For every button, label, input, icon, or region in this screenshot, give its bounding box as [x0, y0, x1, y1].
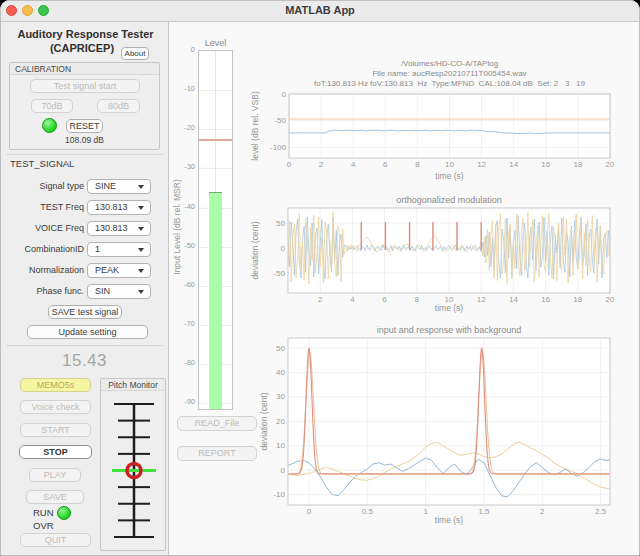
chevron-down-icon — [138, 206, 144, 210]
pitch-monitor-display — [101, 392, 165, 550]
x-tick-label: 4 — [350, 295, 355, 304]
plot-xlabel: time (s) — [435, 303, 464, 313]
x-tick-label: 2.5 — [595, 507, 607, 516]
y-tick-label: -100 — [270, 143, 287, 152]
meter-ylabel: Input Level (dB rel. MSR) — [172, 172, 182, 282]
test-freq-dropdown[interactable]: 130.813 — [87, 200, 151, 215]
x-tick-label: 8 — [415, 295, 420, 304]
plot-orthogonalized-modulation: 2468101214161820500-50orthogonalized mod… — [250, 195, 615, 313]
x-tick-label: 0 — [307, 507, 312, 516]
y-tick-label: -50 — [274, 116, 286, 125]
x-tick-label: 18 — [573, 160, 582, 169]
ovr-label: OVR — [33, 520, 54, 531]
x-tick-label: 2 — [319, 160, 324, 169]
x-tick-label: 4 — [351, 160, 356, 169]
start-button[interactable]: START — [20, 423, 91, 437]
calibration-panel-title: CALIBRATION — [10, 63, 159, 75]
meter-tick-label: -20 — [172, 123, 195, 132]
run-label: RUN — [33, 507, 54, 518]
voice-freq-value: 130.813 — [95, 223, 128, 233]
update-setting-button[interactable]: Update setting — [27, 325, 148, 339]
x-tick-label: 1 — [423, 507, 428, 516]
test-freq-label: TEST Freq — [10, 200, 84, 215]
y-tick-label: 0 — [281, 466, 286, 475]
meter-title: Level — [198, 38, 233, 48]
test-freq-value: 130.813 — [95, 202, 128, 212]
plot-xlabel: time (s) — [435, 515, 464, 525]
response-peaks — [288, 353, 609, 475]
y-tick-label: 20 — [276, 417, 285, 426]
window-title: MATLAB App — [0, 4, 640, 16]
combination-id-value: 1 — [95, 244, 100, 254]
recorded-level-trace — [289, 130, 610, 134]
x-tick-label: 8 — [415, 160, 420, 169]
plot-title: /Volumes/HD-CO-A/TAPlog — [401, 59, 498, 68]
80db-button[interactable]: 80dB — [97, 99, 140, 113]
normalization-dropdown[interactable]: PEAK — [87, 263, 151, 278]
chevron-down-icon — [138, 290, 144, 294]
y-tick-label: 50 — [276, 344, 285, 353]
meter-tick-label: -60 — [172, 280, 195, 289]
y-tick-label: 50 — [276, 219, 285, 228]
meter-tick-label: -90 — [172, 397, 195, 406]
input-peaks — [288, 348, 609, 474]
x-tick-label: 12 — [477, 295, 486, 304]
memo5s-button[interactable]: MEMO5s — [20, 378, 91, 392]
signal-type-dropdown[interactable]: SINE — [87, 179, 151, 194]
run-led — [57, 506, 71, 520]
meter-tick-label: -40 — [172, 202, 195, 211]
x-tick-label: 12 — [477, 160, 486, 169]
x-tick-label: 20 — [606, 160, 615, 169]
x-tick-label: 10 — [445, 160, 454, 169]
save-button[interactable]: SAVE — [26, 490, 84, 504]
voice-freq-label: VOICE Freq — [10, 221, 84, 236]
play-button[interactable]: PLAY — [29, 468, 81, 482]
stop-button[interactable]: STOP — [19, 445, 92, 459]
read-file-button[interactable]: READ_File — [177, 416, 257, 431]
meter-tick-label: -10 — [172, 84, 195, 93]
y-tick-label: 0 — [281, 244, 286, 253]
x-tick-label: 0.5 — [362, 507, 374, 516]
voice-freq-dropdown[interactable]: 130.813 — [87, 221, 151, 236]
y-tick-label: -50 — [273, 269, 285, 278]
x-tick-label: 14 — [509, 295, 518, 304]
modulation-trace-yellow — [288, 212, 610, 284]
plot-title: File name: aucResp20210711T005454.wav — [372, 69, 526, 78]
combination-id-label: CombinationID — [10, 242, 84, 257]
y-tick-label: 40 — [276, 368, 285, 377]
background-yellow-trace — [292, 442, 613, 490]
plot-area — [289, 94, 610, 158]
chevron-down-icon — [138, 269, 144, 273]
quit-button[interactable]: QUIT — [20, 533, 91, 547]
x-tick-label: 6 — [383, 160, 388, 169]
x-tick-label: 20 — [606, 295, 615, 304]
calibration-level-label: 108.09 dB — [9, 135, 160, 145]
combination-id-dropdown[interactable]: 1 — [87, 242, 151, 257]
meter-tick-label: -70 — [172, 319, 195, 328]
70db-button[interactable]: 70dB — [31, 99, 73, 113]
meter-tick-label: -30 — [172, 162, 195, 171]
reset-button[interactable]: RESET — [66, 119, 103, 133]
y-tick-label: 10 — [276, 441, 285, 450]
voice-check-button[interactable]: Voice check — [20, 400, 91, 414]
app-title-line1: Auditory Response Tester — [2, 28, 169, 40]
plot-ylabel: deviation (cent) — [250, 221, 260, 279]
plot-title: input and response with background — [377, 325, 522, 335]
chevron-down-icon — [138, 248, 144, 252]
about-button[interactable]: About — [121, 47, 149, 60]
phase-func-dropdown[interactable]: SIN — [87, 284, 151, 299]
plot-frame — [289, 94, 610, 158]
phase-func-value: SIN — [95, 286, 110, 296]
signal-type-label: Signal type — [10, 179, 84, 194]
plot-area — [288, 208, 610, 293]
x-tick-label: 2 — [318, 295, 323, 304]
test-signal-start-button[interactable]: Test signal start — [30, 79, 140, 93]
phase-func-label: Phase func. — [10, 284, 84, 299]
report-button[interactable]: REPORT — [177, 446, 257, 461]
plot-title: foT:130.813 Hz foV:130.813 Hz Type:MFND … — [314, 79, 585, 88]
plot-recording-level: 024681012141618200-50-100/Volumes/HD-CO-… — [250, 59, 615, 181]
meter-tick-label: -50 — [172, 241, 195, 250]
x-tick-label: 16 — [541, 295, 550, 304]
save-test-signal-button[interactable]: SAVE test signal — [48, 305, 122, 319]
x-tick-label: 6 — [382, 295, 387, 304]
